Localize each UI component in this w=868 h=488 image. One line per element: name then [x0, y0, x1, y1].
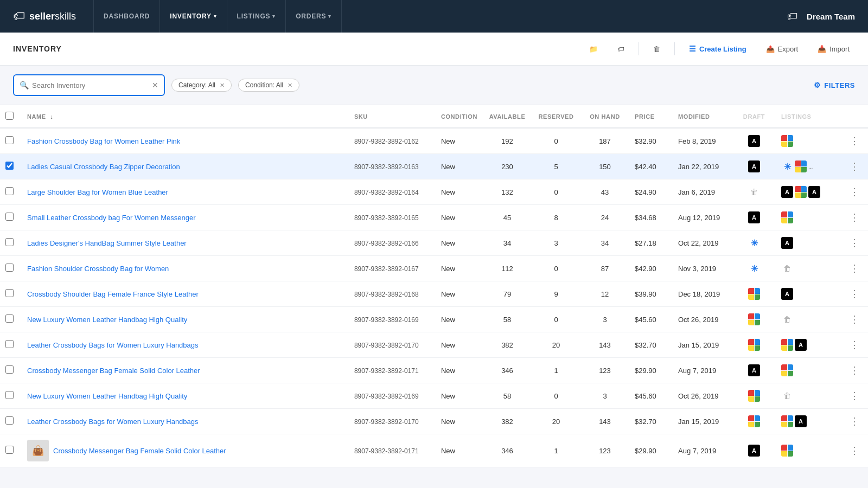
modified-value: Aug 12, 2019: [678, 214, 720, 222]
row-checkbox-10[interactable]: [5, 391, 14, 399]
row-more-button[interactable]: ⋮: [846, 261, 863, 275]
row-more-button[interactable]: ⋮: [846, 210, 863, 224]
multi-mp-icon: [748, 415, 760, 427]
trash-button[interactable]: 🗑: [648, 42, 666, 56]
row-checkbox-12[interactable]: [5, 446, 14, 454]
row-checkbox-9[interactable]: [5, 365, 14, 374]
item-name-link[interactable]: Ladies Casual Crossbody Bag Zipper Decor…: [27, 163, 180, 171]
nav-listings[interactable]: LISTINGS ▾: [227, 0, 286, 33]
trash-icon: 🗑: [653, 45, 660, 53]
row-more-button[interactable]: ⋮: [846, 134, 863, 148]
row-draft-cell: 🗑: [732, 179, 776, 205]
row-listings-cell: A: [776, 230, 841, 256]
item-name-link[interactable]: New Luxury Women Leather Handbag High Qu…: [27, 316, 187, 324]
row-more-button[interactable]: ⋮: [846, 185, 863, 199]
item-name-link[interactable]: Leather Crossbody Bags for Women Luxury …: [27, 418, 199, 426]
row-checkbox-7[interactable]: [5, 314, 14, 323]
export-button[interactable]: 📤 Export: [761, 42, 804, 56]
trash-gray-icon: 🗑: [781, 390, 793, 402]
modified-value: Feb 8, 2019: [678, 137, 716, 145]
item-name-link[interactable]: Fashion Shoulder Crossbody Bag for Women: [27, 265, 169, 273]
row-onhand-cell: 123: [580, 358, 629, 383]
condition-filter-chip[interactable]: Condition: All ✕: [238, 79, 299, 92]
row-condition-cell: New: [436, 434, 483, 467]
condition-value: New: [441, 188, 455, 196]
tag-button[interactable]: 🏷: [612, 42, 630, 56]
multi-mp-icon: [795, 186, 807, 198]
row-checkbox-11[interactable]: [5, 416, 14, 425]
row-onhand-cell: 143: [580, 409, 629, 434]
row-modified-cell: Oct 22, 2019: [673, 230, 732, 256]
reserved-value: 20: [552, 418, 560, 426]
row-more-button[interactable]: ⋮: [846, 338, 863, 352]
row-modified-cell: Jan 22, 2019: [673, 154, 732, 179]
row-more-button[interactable]: ⋮: [846, 287, 863, 301]
remove-category-filter[interactable]: ✕: [220, 82, 225, 89]
category-filter-chip[interactable]: Category: All ✕: [171, 79, 232, 92]
item-name-link[interactable]: Large Shoulder Bag for Women Blue Leathe…: [27, 188, 168, 196]
logo[interactable]: 🏷 sellerskills: [13, 9, 76, 23]
item-name-link[interactable]: Crossbody Messenger Bag Female Solid Col…: [53, 447, 226, 455]
item-name-link[interactable]: Crossbody Messenger Bag Female Solid Col…: [27, 367, 200, 375]
select-all-checkbox[interactable]: [5, 112, 14, 120]
row-checkbox-3[interactable]: [5, 213, 14, 221]
create-listing-button[interactable]: ☰ Create Listing: [684, 41, 752, 56]
sku-value: 8907-9382-3892-0171: [354, 447, 419, 455]
row-draft-cell: A: [732, 358, 776, 383]
row-condition-cell: New: [436, 230, 483, 256]
modified-value: Nov 3, 2019: [678, 265, 716, 273]
row-more-button[interactable]: ⋮: [846, 389, 863, 403]
row-reserved-cell: 3: [532, 230, 580, 256]
row-reserved-cell: 0: [532, 179, 580, 205]
price-value: $29.90: [635, 367, 656, 375]
row-checkbox-5[interactable]: [5, 264, 14, 272]
table-body: Fashion Crossbody Bag for Women Leather …: [0, 128, 868, 467]
item-name-link[interactable]: Crossbody Shoulder Bag Female France Sty…: [27, 290, 199, 298]
condition-value: New: [441, 214, 455, 222]
row-more-button[interactable]: ⋮: [846, 414, 863, 428]
row-sku-cell: 8907-9382-3892-0167: [349, 256, 436, 281]
row-checkbox-4[interactable]: [5, 238, 14, 246]
available-value: 132: [501, 188, 513, 196]
row-checkbox-1[interactable]: [5, 162, 14, 170]
nav-orders[interactable]: ORDERS ▾: [286, 0, 342, 33]
item-name-link[interactable]: New Luxury Women Leather Handbag High Qu…: [27, 392, 187, 400]
row-draft-cell: [732, 281, 776, 307]
row-condition-cell: New: [436, 256, 483, 281]
filters-button[interactable]: ⚙ FILTERS: [814, 81, 855, 89]
price-value: $39.90: [635, 290, 656, 298]
clear-search-icon[interactable]: ✕: [152, 81, 158, 89]
remove-condition-filter[interactable]: ✕: [288, 82, 292, 89]
row-checkbox-8[interactable]: [5, 340, 14, 348]
row-more-button[interactable]: ⋮: [846, 159, 863, 174]
nav-inventory[interactable]: INVENTORY ▾: [160, 0, 227, 33]
row-menu-cell: ⋮: [841, 154, 868, 179]
row-price-cell: $32.70: [629, 332, 673, 358]
row-draft-cell: [732, 332, 776, 358]
search-input[interactable]: [32, 81, 152, 89]
row-listings-cell: A A: [776, 179, 841, 205]
item-name-link[interactable]: Fashion Crossbody Bag for Women Leather …: [27, 137, 180, 145]
row-draft-cell: ✳: [732, 230, 776, 256]
item-name-link[interactable]: Small Leather Crossbody bag For Women Me…: [27, 214, 195, 222]
onhand-value: 34: [601, 239, 609, 247]
row-checkbox-2[interactable]: [5, 187, 14, 195]
multi-mp-icon: [781, 364, 793, 376]
row-more-button[interactable]: ⋮: [846, 363, 863, 377]
inventory-table-container: NAME ↓ SKU CONDITION AVAILABLE RESERVED …: [0, 105, 868, 467]
row-checkbox-0[interactable]: [5, 136, 14, 144]
nav-dashboard[interactable]: DASHBOARD: [93, 0, 160, 33]
item-name-link[interactable]: Leather Crossbody Bags for Women Luxury …: [27, 341, 199, 349]
row-available-cell: 192: [483, 128, 532, 154]
row-more-button[interactable]: ⋮: [846, 444, 863, 458]
table-row: Small Leather Crossbody bag For Women Me…: [0, 205, 868, 230]
row-checkbox-6[interactable]: [5, 289, 14, 297]
row-more-button[interactable]: ⋮: [846, 236, 863, 250]
item-name-link[interactable]: Ladies Designer's HandBag Summer Style L…: [27, 239, 187, 247]
col-name-header[interactable]: NAME ↓: [22, 105, 349, 128]
row-onhand-cell: 24: [580, 205, 629, 230]
folder-button[interactable]: 📁: [584, 42, 603, 56]
row-checkbox-cell: [0, 281, 22, 307]
row-more-button[interactable]: ⋮: [846, 312, 863, 326]
import-button[interactable]: 📥 Import: [812, 42, 855, 56]
